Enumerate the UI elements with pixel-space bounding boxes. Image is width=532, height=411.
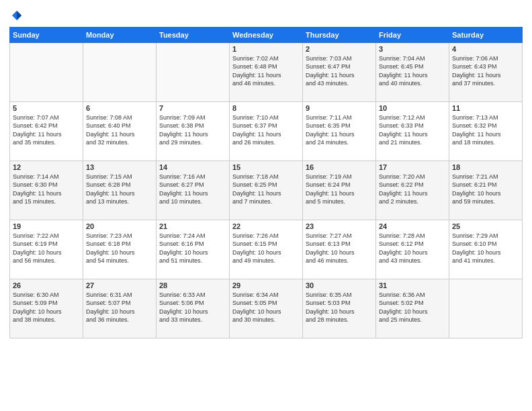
calendar-cell: 16Sunrise: 7:19 AM Sunset: 6:24 PM Dayli… [303, 161, 376, 220]
weekday-header-monday: Monday [83, 27, 157, 42]
day-number: 29 [232, 281, 300, 289]
calendar-cell: 10Sunrise: 7:12 AM Sunset: 6:33 PM Dayli… [376, 101, 449, 161]
day-number: 14 [159, 163, 226, 171]
day-info: Sunrise: 7:26 AM Sunset: 6:15 PM Dayligh… [232, 232, 300, 265]
day-info: Sunrise: 7:19 AM Sunset: 6:24 PM Dayligh… [306, 173, 373, 206]
day-info: Sunrise: 7:20 AM Sunset: 6:22 PM Dayligh… [379, 173, 446, 206]
calendar-cell: 6Sunrise: 7:08 AM Sunset: 6:40 PM Daylig… [83, 101, 157, 161]
day-number: 20 [86, 222, 153, 230]
day-number: 6 [86, 104, 153, 112]
day-info: Sunrise: 7:04 AM Sunset: 6:45 PM Dayligh… [379, 54, 446, 88]
weekday-header-thursday: Thursday [303, 27, 376, 42]
day-info: Sunrise: 6:35 AM Sunset: 5:03 PM Dayligh… [306, 291, 373, 324]
weekday-header-saturday: Saturday [449, 27, 523, 42]
day-number: 24 [379, 222, 446, 230]
calendar-week-3: 12Sunrise: 7:14 AM Sunset: 6:30 PM Dayli… [10, 161, 523, 220]
logo-icon [11, 9, 23, 21]
calendar-cell: 23Sunrise: 7:27 AM Sunset: 6:13 PM Dayli… [303, 220, 376, 279]
day-info: Sunrise: 7:02 AM Sunset: 6:48 PM Dayligh… [232, 54, 300, 88]
day-info: Sunrise: 7:29 AM Sunset: 6:10 PM Dayligh… [452, 232, 519, 265]
day-number: 28 [159, 281, 226, 289]
calendar-cell: 11Sunrise: 7:13 AM Sunset: 6:32 PM Dayli… [449, 101, 523, 161]
day-number: 7 [159, 104, 226, 112]
calendar-cell [157, 42, 230, 101]
calendar-week-2: 5Sunrise: 7:07 AM Sunset: 6:42 PM Daylig… [10, 101, 523, 161]
day-info: Sunrise: 7:11 AM Sunset: 6:35 PM Dayligh… [306, 113, 373, 147]
day-number: 27 [86, 281, 153, 289]
day-info: Sunrise: 7:07 AM Sunset: 6:42 PM Dayligh… [13, 113, 80, 147]
day-info: Sunrise: 7:13 AM Sunset: 6:32 PM Dayligh… [452, 113, 519, 147]
calendar-cell: 2Sunrise: 7:03 AM Sunset: 6:47 PM Daylig… [303, 42, 376, 101]
calendar-cell: 7Sunrise: 7:09 AM Sunset: 6:38 PM Daylig… [157, 101, 230, 161]
calendar-cell: 28Sunrise: 6:33 AM Sunset: 5:06 PM Dayli… [157, 279, 230, 338]
day-number: 22 [232, 222, 300, 230]
day-info: Sunrise: 7:14 AM Sunset: 6:30 PM Dayligh… [13, 173, 80, 206]
calendar-cell: 3Sunrise: 7:04 AM Sunset: 6:45 PM Daylig… [376, 42, 449, 101]
calendar-cell: 29Sunrise: 6:34 AM Sunset: 5:05 PM Dayli… [230, 279, 303, 338]
calendar-cell: 13Sunrise: 7:15 AM Sunset: 6:28 PM Dayli… [83, 161, 157, 220]
day-number: 19 [13, 222, 80, 230]
day-info: Sunrise: 7:15 AM Sunset: 6:28 PM Dayligh… [86, 173, 153, 206]
day-info: Sunrise: 7:24 AM Sunset: 6:16 PM Dayligh… [159, 232, 226, 265]
calendar-cell: 14Sunrise: 7:16 AM Sunset: 6:27 PM Dayli… [157, 161, 230, 220]
day-info: Sunrise: 6:36 AM Sunset: 5:02 PM Dayligh… [379, 291, 446, 324]
logo [9, 9, 23, 24]
day-number: 21 [159, 222, 226, 230]
calendar-cell: 27Sunrise: 6:31 AM Sunset: 5:07 PM Dayli… [83, 279, 157, 338]
calendar-week-5: 26Sunrise: 6:30 AM Sunset: 5:09 PM Dayli… [10, 279, 523, 338]
calendar-cell: 17Sunrise: 7:20 AM Sunset: 6:22 PM Dayli… [376, 161, 449, 220]
day-info: Sunrise: 7:08 AM Sunset: 6:40 PM Dayligh… [86, 113, 153, 147]
calendar-cell: 15Sunrise: 7:18 AM Sunset: 6:25 PM Dayli… [230, 161, 303, 220]
calendar-table: SundayMondayTuesdayWednesdayThursdayFrid… [9, 27, 523, 338]
day-number: 8 [232, 104, 300, 112]
day-number: 16 [306, 163, 373, 171]
weekday-header-sunday: Sunday [10, 27, 83, 42]
weekday-header-friday: Friday [376, 27, 449, 42]
calendar-cell: 4Sunrise: 7:06 AM Sunset: 6:43 PM Daylig… [449, 42, 523, 101]
day-info: Sunrise: 7:12 AM Sunset: 6:33 PM Dayligh… [379, 113, 446, 147]
day-info: Sunrise: 7:09 AM Sunset: 6:38 PM Dayligh… [159, 113, 226, 147]
day-info: Sunrise: 6:31 AM Sunset: 5:07 PM Dayligh… [86, 291, 153, 324]
page: SundayMondayTuesdayWednesdayThursdayFrid… [0, 0, 532, 411]
day-number: 3 [379, 45, 446, 53]
calendar-cell: 12Sunrise: 7:14 AM Sunset: 6:30 PM Dayli… [10, 161, 83, 220]
weekday-header-tuesday: Tuesday [157, 27, 230, 42]
day-info: Sunrise: 6:34 AM Sunset: 5:05 PM Dayligh… [232, 291, 300, 324]
day-info: Sunrise: 7:18 AM Sunset: 6:25 PM Dayligh… [232, 173, 300, 206]
calendar-cell: 1Sunrise: 7:02 AM Sunset: 6:48 PM Daylig… [230, 42, 303, 101]
calendar-cell: 25Sunrise: 7:29 AM Sunset: 6:10 PM Dayli… [449, 220, 523, 279]
day-info: Sunrise: 7:16 AM Sunset: 6:27 PM Dayligh… [159, 173, 226, 206]
day-info: Sunrise: 6:30 AM Sunset: 5:09 PM Dayligh… [13, 291, 80, 324]
day-number: 31 [379, 281, 446, 289]
day-number: 23 [306, 222, 373, 230]
calendar-cell: 9Sunrise: 7:11 AM Sunset: 6:35 PM Daylig… [303, 101, 376, 161]
logo-text [9, 9, 23, 24]
day-number: 12 [13, 163, 80, 171]
calendar-cell [83, 42, 157, 101]
calendar-cell: 20Sunrise: 7:23 AM Sunset: 6:18 PM Dayli… [83, 220, 157, 279]
calendar-cell: 26Sunrise: 6:30 AM Sunset: 5:09 PM Dayli… [10, 279, 83, 338]
day-number: 4 [452, 45, 519, 53]
day-number: 30 [306, 281, 373, 289]
day-info: Sunrise: 7:10 AM Sunset: 6:37 PM Dayligh… [232, 113, 300, 147]
day-number: 18 [452, 163, 519, 171]
day-info: Sunrise: 7:21 AM Sunset: 6:21 PM Dayligh… [452, 173, 519, 206]
header [9, 7, 523, 24]
calendar-cell: 8Sunrise: 7:10 AM Sunset: 6:37 PM Daylig… [230, 101, 303, 161]
day-info: Sunrise: 6:33 AM Sunset: 5:06 PM Dayligh… [159, 291, 226, 324]
calendar-cell: 31Sunrise: 6:36 AM Sunset: 5:02 PM Dayli… [376, 279, 449, 338]
calendar-cell: 19Sunrise: 7:22 AM Sunset: 6:19 PM Dayli… [10, 220, 83, 279]
calendar-cell: 21Sunrise: 7:24 AM Sunset: 6:16 PM Dayli… [157, 220, 230, 279]
day-number: 11 [452, 104, 519, 112]
calendar-cell [449, 279, 523, 338]
calendar-cell: 24Sunrise: 7:28 AM Sunset: 6:12 PM Dayli… [376, 220, 449, 279]
day-number: 25 [452, 222, 519, 230]
calendar-cell: 30Sunrise: 6:35 AM Sunset: 5:03 PM Dayli… [303, 279, 376, 338]
day-number: 17 [379, 163, 446, 171]
calendar-cell: 22Sunrise: 7:26 AM Sunset: 6:15 PM Dayli… [230, 220, 303, 279]
calendar-cell: 18Sunrise: 7:21 AM Sunset: 6:21 PM Dayli… [449, 161, 523, 220]
day-number: 15 [232, 163, 300, 171]
day-number: 5 [13, 104, 80, 112]
day-number: 9 [306, 104, 373, 112]
svg-marker-1 [17, 11, 21, 20]
